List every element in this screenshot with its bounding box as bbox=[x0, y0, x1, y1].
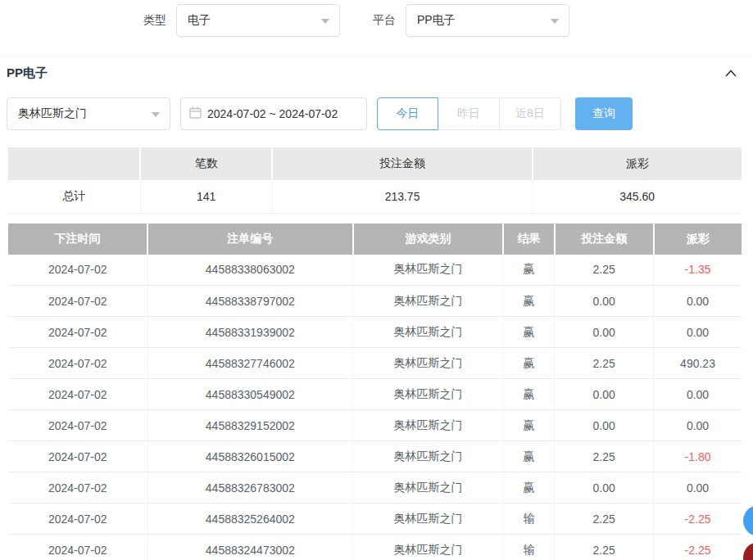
header-bet-amount: 投注金额 bbox=[555, 224, 654, 255]
cell-result: 赢 bbox=[503, 472, 555, 504]
cell-game: 奥林匹斯之门 bbox=[353, 379, 503, 410]
cell-result: 赢 bbox=[503, 255, 555, 286]
cell-order-id: 44588325264002 bbox=[147, 504, 353, 535]
cell-game: 奥林匹斯之门 bbox=[353, 472, 503, 504]
type-select-value: 电子 bbox=[188, 13, 211, 28]
yesterday-button[interactable]: 昨日 bbox=[438, 97, 500, 130]
chevron-down-icon bbox=[551, 19, 559, 24]
total-payout: 345.60 bbox=[533, 180, 742, 213]
table-row: 2024-07-0244588338063002奥林匹斯之门赢2.25-1.35 bbox=[8, 255, 742, 286]
cell-order-id: 44588330549002 bbox=[147, 379, 353, 410]
cell-result: 输 bbox=[503, 535, 555, 560]
cell-game: 奥林匹斯之门 bbox=[353, 317, 503, 348]
cell-bet-amount: 0.00 bbox=[555, 410, 654, 441]
table-row: 2024-07-0244588329152002奥林匹斯之门赢0.000.00 bbox=[8, 410, 742, 441]
section-title: PP电子 bbox=[7, 65, 48, 81]
cell-order-id: 44588327746002 bbox=[147, 348, 353, 379]
type-select[interactable]: 电子 bbox=[176, 4, 340, 37]
platform-select[interactable]: PP电子 bbox=[406, 4, 569, 37]
cell-date: 2024-07-02 bbox=[8, 535, 147, 560]
cell-payout: 490.23 bbox=[654, 348, 742, 379]
cell-order-id: 44588338063002 bbox=[147, 255, 353, 286]
cell-payout: 0.00 bbox=[654, 286, 742, 317]
cell-result: 赢 bbox=[503, 379, 555, 410]
floating-service-button[interactable] bbox=[743, 542, 753, 560]
cell-bet-amount: 0.00 bbox=[555, 317, 654, 348]
cell-bet-amount: 2.25 bbox=[555, 255, 654, 286]
cell-bet-amount: 2.25 bbox=[555, 504, 654, 535]
cell-payout: 0.00 bbox=[654, 410, 742, 441]
cell-bet-amount: 0.00 bbox=[555, 286, 654, 317]
cell-order-id: 44588326015002 bbox=[147, 441, 353, 472]
table-row: 2024-07-0244588338797002奥林匹斯之门赢0.000.00 bbox=[8, 286, 742, 317]
today-button[interactable]: 今日 bbox=[377, 97, 438, 130]
collapse-chevron-up-icon[interactable] bbox=[725, 70, 737, 77]
table-row: 2024-07-0244588324473002奥林匹斯之门输2.25-2.25 bbox=[8, 535, 742, 560]
header-bet-time: 下注时间 bbox=[8, 224, 147, 255]
table-row: 2024-07-0244588325264002奥林匹斯之门输2.25-2.25 bbox=[8, 504, 742, 535]
game-select[interactable]: 奥林匹斯之门 bbox=[7, 97, 170, 130]
cell-bet-amount: 2.25 bbox=[555, 535, 654, 560]
cell-payout: 0.00 bbox=[654, 472, 742, 504]
cell-date: 2024-07-02 bbox=[8, 441, 147, 472]
calendar-icon bbox=[189, 106, 202, 122]
cell-game: 奥林匹斯之门 bbox=[353, 441, 503, 472]
cell-date: 2024-07-02 bbox=[8, 504, 147, 535]
table-row: 2024-07-0244588326015002奥林匹斯之门赢2.25-1.80 bbox=[8, 441, 742, 472]
cell-payout: -2.25 bbox=[654, 535, 742, 560]
cell-date: 2024-07-02 bbox=[8, 286, 147, 317]
top-filter-bar: 类型 电子 平台 PP电子 bbox=[143, 4, 753, 37]
cell-game: 奥林匹斯之门 bbox=[353, 535, 503, 560]
cell-bet-amount: 2.25 bbox=[555, 348, 654, 379]
bet-table-body: 2024-07-0244588338063002奥林匹斯之门赢2.25-1.35… bbox=[8, 255, 742, 560]
cell-order-id: 44588329152002 bbox=[147, 410, 353, 441]
header-order-id: 注单编号 bbox=[147, 224, 353, 255]
platform-label: 平台 bbox=[373, 13, 396, 28]
total-count: 141 bbox=[140, 180, 272, 213]
header-result: 结果 bbox=[503, 224, 555, 255]
cell-result: 输 bbox=[503, 504, 555, 535]
cell-order-id: 44588326783002 bbox=[147, 472, 353, 504]
date-range-input[interactable]: 2024-07-02 ~ 2024-07-02 bbox=[180, 97, 367, 130]
cell-result: 赢 bbox=[503, 286, 555, 317]
table-row: 2024-07-0244588331939002奥林匹斯之门赢0.000.00 bbox=[8, 317, 742, 348]
cell-order-id: 44588331939002 bbox=[147, 317, 353, 348]
cell-bet-amount: 0.00 bbox=[555, 472, 654, 504]
floating-chat-button[interactable] bbox=[743, 505, 753, 536]
type-label: 类型 bbox=[143, 13, 166, 28]
cell-date: 2024-07-02 bbox=[8, 379, 147, 410]
total-label: 总计 bbox=[8, 180, 140, 213]
cell-payout: 0.00 bbox=[654, 317, 742, 348]
cell-game: 奥林匹斯之门 bbox=[353, 255, 503, 286]
cell-date: 2024-07-02 bbox=[8, 410, 147, 441]
summary-header-blank bbox=[8, 147, 140, 180]
cell-result: 赢 bbox=[503, 441, 555, 472]
cell-date: 2024-07-02 bbox=[8, 255, 147, 286]
last8days-button[interactable]: 近8日 bbox=[500, 97, 561, 130]
summary-header-bet-amount: 投注金额 bbox=[272, 147, 533, 180]
cell-bet-amount: 0.00 bbox=[555, 379, 654, 410]
cell-payout: -1.80 bbox=[654, 441, 742, 472]
cell-payout: -1.35 bbox=[654, 255, 742, 286]
header-game-type: 游戏类别 bbox=[353, 224, 503, 255]
table-row: 2024-07-0244588326783002奥林匹斯之门赢0.000.00 bbox=[8, 472, 742, 504]
bet-table: 下注时间 注单编号 游戏类别 结果 投注金额 派彩 2024-07-024458… bbox=[8, 224, 742, 560]
cell-date: 2024-07-02 bbox=[8, 472, 147, 504]
table-row: 2024-07-0244588330549002奥林匹斯之门赢0.000.00 bbox=[8, 379, 742, 410]
section-header: PP电子 bbox=[0, 55, 753, 81]
query-button[interactable]: 查询 bbox=[575, 97, 633, 130]
cell-order-id: 44588324473002 bbox=[147, 535, 353, 560]
game-select-value: 奥林匹斯之门 bbox=[18, 106, 87, 121]
chevron-down-icon bbox=[152, 112, 160, 117]
cell-game: 奥林匹斯之门 bbox=[353, 504, 503, 535]
total-bet-amount: 213.75 bbox=[272, 180, 533, 213]
date-range-value: 2024-07-02 ~ 2024-07-02 bbox=[207, 107, 338, 120]
cell-bet-amount: 2.25 bbox=[555, 441, 654, 472]
betting-records-page: 类型 电子 平台 PP电子 PP电子 奥林匹斯之门 2024-07-02 ~ 2… bbox=[0, 0, 753, 560]
cell-result: 赢 bbox=[503, 348, 555, 379]
filter-row: 奥林匹斯之门 2024-07-02 ~ 2024-07-02 今日 昨日 近8日… bbox=[0, 97, 753, 130]
platform-select-value: PP电子 bbox=[417, 13, 456, 28]
cell-payout: -2.25 bbox=[654, 504, 742, 535]
cell-payout: 0.00 bbox=[654, 379, 742, 410]
summary-header-count: 笔数 bbox=[140, 147, 272, 180]
